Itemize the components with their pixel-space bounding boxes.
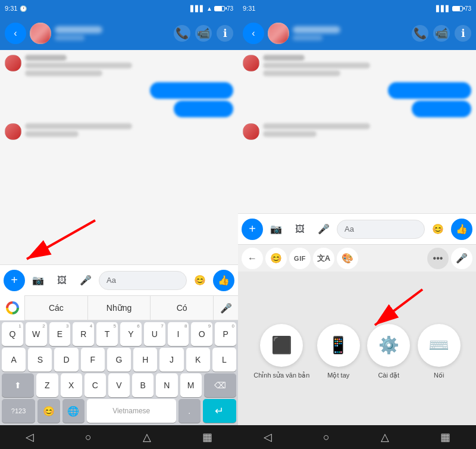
- tool-settings[interactable]: ⚙️ Cài đặt: [367, 324, 410, 379]
- suggestion-1[interactable]: Các: [25, 295, 88, 320]
- image-button[interactable]: 🖼: [51, 270, 73, 291]
- gif-button[interactable]: GIF: [289, 248, 311, 269]
- more-options-button[interactable]: •••: [427, 248, 449, 269]
- back-arrow-button[interactable]: ←: [242, 248, 263, 269]
- key-m[interactable]: M: [180, 373, 202, 397]
- status-bar-left: 9:31 🕐 ▋▋▋ ▲ 73: [0, 0, 238, 17]
- key-h[interactable]: H: [133, 348, 157, 372]
- tool-one-hand[interactable]: 📱 Một tay: [317, 324, 360, 379]
- key-v[interactable]: V: [108, 373, 130, 397]
- sender-avatar-right-2: [243, 123, 259, 140]
- key-u[interactable]: U7: [144, 322, 165, 346]
- key-k[interactable]: K: [186, 348, 210, 372]
- key-x[interactable]: X: [61, 373, 82, 397]
- contact-avatar-right: [268, 23, 289, 44]
- message-row-right-1: [243, 55, 471, 76]
- key-l[interactable]: L: [212, 348, 236, 372]
- key-space[interactable]: Vietnamese: [87, 399, 176, 423]
- key-globe[interactable]: 🌐: [62, 399, 84, 423]
- status-time: 9:31: [5, 5, 17, 12]
- message-text-blurred-right-4: [263, 131, 317, 137]
- emoji-button-right[interactable]: 😊: [427, 219, 449, 240]
- camera-button-right[interactable]: 📷: [265, 219, 287, 240]
- tool-connect[interactable]: ⌨️ Nối: [418, 324, 461, 379]
- nav-bar-left: ◁ ○ △ ▦: [0, 425, 238, 449]
- key-b[interactable]: B: [132, 373, 154, 397]
- message-content-right-1: [263, 55, 471, 76]
- like-icon-right: 👍: [456, 223, 468, 235]
- key-c[interactable]: C: [84, 373, 106, 397]
- key-s[interactable]: S: [28, 348, 52, 372]
- emoji-faces-button[interactable]: 😊: [265, 248, 287, 269]
- key-i[interactable]: I8: [168, 322, 189, 346]
- like-button[interactable]: 👍: [213, 270, 234, 291]
- key-z[interactable]: Z: [36, 373, 58, 397]
- key-w[interactable]: W2: [26, 322, 47, 346]
- connect-label: Nối: [434, 372, 444, 379]
- sender-avatar-1: [5, 55, 21, 71]
- nav-recent-icon[interactable]: △: [143, 431, 151, 444]
- phone-call-button-right[interactable]: 📞: [412, 25, 428, 42]
- key-t[interactable]: T5: [96, 322, 118, 346]
- key-q[interactable]: Q1: [2, 322, 23, 346]
- video-call-button-right[interactable]: 📹: [433, 25, 450, 42]
- message-text-blurred-right-2: [263, 70, 340, 76]
- key-d[interactable]: D: [54, 348, 78, 372]
- video-call-button[interactable]: 📹: [195, 25, 212, 42]
- keyboard-row-1: Q1 W2 E3 R4 T5 Y6 U7 I8 O9 P0: [0, 320, 238, 346]
- emoji-button[interactable]: 😊: [189, 270, 211, 291]
- mic-input-button[interactable]: 🎤: [75, 270, 96, 291]
- nav-recent-icon-right[interactable]: △: [381, 431, 389, 444]
- key-g[interactable]: G: [107, 348, 131, 372]
- key-j[interactable]: J: [159, 348, 183, 372]
- key-p[interactable]: P0: [215, 322, 236, 346]
- emoji-icon: 😊: [194, 275, 206, 286]
- contact-info: [55, 26, 170, 40]
- palette-button[interactable]: 🎨: [337, 248, 358, 269]
- voice-input-button[interactable]: 🎤: [213, 295, 238, 320]
- nav-back-icon-right[interactable]: ◁: [264, 431, 272, 444]
- tool-edit-text[interactable]: ⬛ Chỉnh sửa văn bản: [253, 324, 309, 379]
- suggestion-3[interactable]: Có: [151, 295, 213, 320]
- camera-button[interactable]: 📷: [27, 270, 49, 291]
- nav-back-icon[interactable]: ◁: [26, 431, 34, 444]
- key-a[interactable]: A: [2, 348, 26, 372]
- info-button-right[interactable]: ℹ: [455, 25, 471, 42]
- message-row-right-2: [243, 82, 471, 117]
- key-o[interactable]: O9: [191, 322, 212, 346]
- phone-call-button[interactable]: 📞: [174, 25, 190, 42]
- back-button[interactable]: ‹: [5, 23, 26, 44]
- message-text-input-right[interactable]: Aa: [337, 220, 425, 239]
- key-period[interactable]: .: [178, 399, 201, 423]
- sender-name-blurred-right: [263, 55, 305, 61]
- nav-keyboard-icon[interactable]: ▦: [202, 431, 212, 444]
- back-button-right[interactable]: ‹: [243, 23, 264, 44]
- key-r[interactable]: R4: [73, 322, 94, 346]
- voice-kb-button[interactable]: 🎤: [451, 248, 472, 269]
- key-enter[interactable]: ↵: [203, 399, 236, 423]
- nav-home-icon-right[interactable]: ○: [323, 431, 330, 444]
- translate-button[interactable]: 文A: [313, 248, 334, 269]
- key-f[interactable]: F: [81, 348, 105, 372]
- image-button-right[interactable]: 🖼: [289, 219, 311, 240]
- key-shift[interactable]: ⬆: [2, 373, 34, 397]
- message-text-blurred-3: [25, 123, 132, 129]
- key-delete[interactable]: ⌫: [204, 373, 236, 397]
- key-y[interactable]: Y6: [120, 322, 142, 346]
- like-button-right[interactable]: 👍: [451, 219, 472, 240]
- google-g-logo: [0, 295, 25, 320]
- suggestion-2[interactable]: Những: [88, 295, 151, 320]
- key-e[interactable]: E3: [49, 322, 71, 346]
- info-button[interactable]: ℹ: [217, 25, 233, 42]
- mic-input-button-right[interactable]: 🎤: [313, 219, 334, 240]
- g-circle: [6, 301, 19, 314]
- message-text-input[interactable]: Aa: [99, 271, 187, 290]
- key-comma[interactable]: 😊: [37, 399, 60, 423]
- nav-keyboard-icon-right[interactable]: ▦: [440, 431, 450, 444]
- add-button-right[interactable]: +: [242, 219, 263, 240]
- nav-home-icon[interactable]: ○: [85, 431, 92, 444]
- key-symbols[interactable]: ?123: [2, 399, 35, 423]
- key-n[interactable]: N: [156, 373, 177, 397]
- add-button[interactable]: +: [4, 270, 25, 291]
- keyboard-suggestions: Các Những Có 🎤: [0, 295, 238, 320]
